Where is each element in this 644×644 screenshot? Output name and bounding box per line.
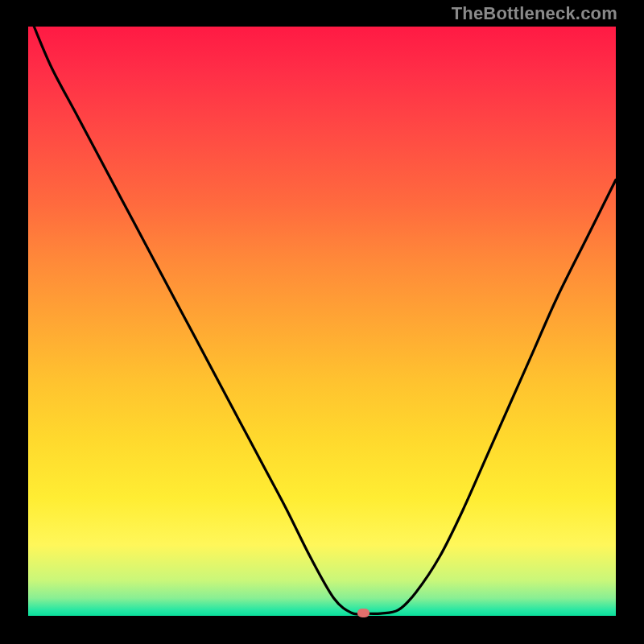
image-frame: TheBottleneck.com	[0, 0, 644, 644]
bottleneck-curve	[28, 27, 616, 616]
optimal-point-marker	[357, 609, 369, 617]
watermark-text: TheBottleneck.com	[452, 3, 617, 24]
plot-area	[28, 27, 616, 616]
